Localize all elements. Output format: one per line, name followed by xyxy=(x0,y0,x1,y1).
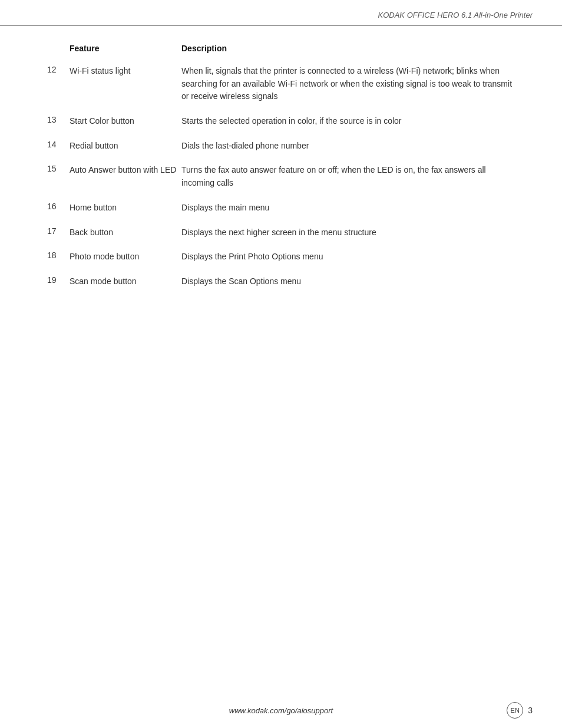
table-row: 16Home buttonDisplays the main menu xyxy=(47,196,515,220)
row-description: Displays the main menu xyxy=(181,202,515,215)
row-num: 16 xyxy=(47,202,70,211)
row-description: When lit, signals that the printer is co… xyxy=(181,65,515,103)
table-row: 14Redial buttonDials the last-dialed pho… xyxy=(47,134,515,159)
lang-badge: EN xyxy=(507,702,523,719)
row-feature: Photo mode button xyxy=(70,251,181,263)
page-number: 3 xyxy=(528,706,533,715)
row-num: 15 xyxy=(47,164,70,173)
row-feature: Back button xyxy=(70,226,181,239)
row-description: Displays the next higher screen in the m… xyxy=(181,226,515,239)
row-description: Dials the last-dialed phone number xyxy=(181,140,515,153)
row-description: Starts the selected operation in color, … xyxy=(181,115,515,128)
row-num: 19 xyxy=(47,275,70,285)
page-header: KODAK OFFICE HERO 6.1 All-in-One Printer xyxy=(0,0,562,26)
table-header-row: Feature Description xyxy=(47,44,515,55)
row-num: 17 xyxy=(47,226,70,236)
row-feature: Start Color button xyxy=(70,115,181,127)
row-num: 18 xyxy=(47,251,70,260)
row-feature: Wi-Fi status light xyxy=(70,65,181,77)
row-description: Displays the Print Photo Options menu xyxy=(181,251,515,263)
table-row: 17Back buttonDisplays the next higher sc… xyxy=(47,220,515,245)
row-num: 14 xyxy=(47,140,70,149)
row-feature: Auto Answer button with LED xyxy=(70,164,181,176)
row-feature: Home button xyxy=(70,202,181,214)
table-rows-container: 12Wi-Fi status lightWhen lit, signals th… xyxy=(47,60,515,294)
col-num-header xyxy=(47,44,70,53)
table-row: 19Scan mode buttonDisplays the Scan Opti… xyxy=(47,269,515,294)
col-description-header: Description xyxy=(181,44,515,53)
table-row: 18Photo mode buttonDisplays the Print Ph… xyxy=(47,245,515,269)
footer-right: EN 3 xyxy=(507,702,533,719)
row-num: 12 xyxy=(47,65,70,74)
content-area: Feature Description 12Wi-Fi status light… xyxy=(0,26,562,312)
table-row: 15Auto Answer button with LEDTurns the f… xyxy=(47,158,515,195)
lang-label: EN xyxy=(511,707,520,714)
row-feature: Scan mode button xyxy=(70,275,181,288)
row-feature: Redial button xyxy=(70,140,181,152)
row-description: Displays the Scan Options menu xyxy=(181,275,515,288)
row-description: Turns the fax auto answer feature on or … xyxy=(181,164,515,189)
table-row: 12Wi-Fi status lightWhen lit, signals th… xyxy=(47,60,515,109)
table-row: 13Start Color buttonStarts the selected … xyxy=(47,109,515,134)
header-title: KODAK OFFICE HERO 6.1 All-in-One Printer xyxy=(378,11,533,19)
footer-url: www.kodak.com/go/aiosupport xyxy=(229,706,333,715)
col-feature-header: Feature xyxy=(70,44,181,53)
page-container: KODAK OFFICE HERO 6.1 All-in-One Printer… xyxy=(0,0,562,728)
row-num: 13 xyxy=(47,115,70,124)
